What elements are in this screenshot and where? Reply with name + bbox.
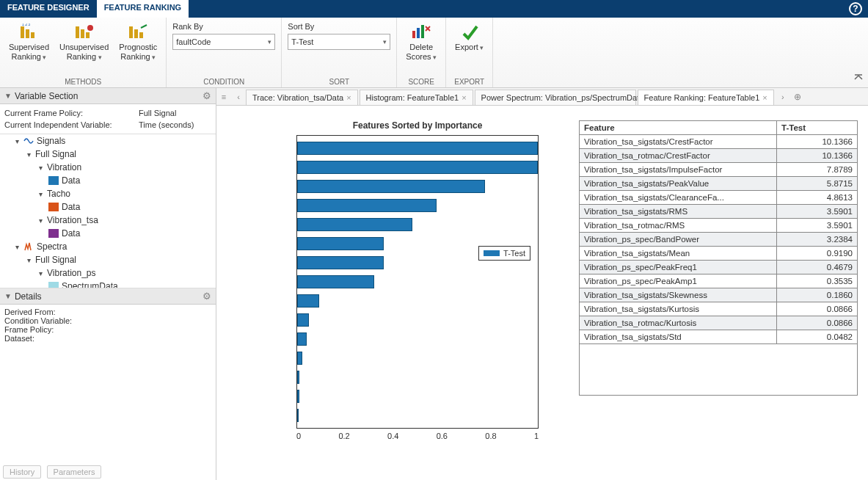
table-row[interactable]: Vibration_tsa_sigstats/Skewness0.1860: [580, 288, 858, 302]
derived-from-label: Derived From:: [4, 308, 211, 316]
chart-bar: [297, 180, 485, 193]
feature-name-cell: Vibration_tsa_rotmac/CrestFactor: [580, 149, 777, 163]
chart-x-axis: 00.20.40.60.81: [296, 429, 539, 440]
table-row[interactable]: Vibration_ps_spec/PeakAmp10.3535: [580, 274, 858, 288]
close-icon[interactable]: ×: [346, 93, 351, 102]
table-row[interactable]: Vibration_tsa_rotmac/RMS3.5901: [580, 219, 858, 233]
feature-name-cell: Vibration_tsa_sigstats/Mean: [580, 247, 777, 261]
x-tick-label: 0: [296, 432, 301, 440]
table-row[interactable]: Vibration_tsa_rotmac/CrestFactor10.1366: [580, 149, 858, 163]
table-row[interactable]: Vibration_tsa_sigstats/ClearanceFa...4.8…: [580, 191, 858, 205]
sort-by-label: Sort By: [288, 22, 390, 31]
tree-vibration-tsa-data[interactable]: Data: [0, 227, 216, 240]
chart-bar: [297, 218, 412, 231]
close-icon[interactable]: ×: [462, 93, 466, 102]
table-row[interactable]: Vibration_tsa_sigstats/Kurtosis0.0866: [580, 302, 858, 316]
tree-full-signal[interactable]: ▾Full Signal: [0, 148, 216, 161]
methods-group-label: METHODS: [6, 76, 160, 86]
gear-icon[interactable]: ⚙: [203, 291, 211, 302]
svg-rect-5: [81, 29, 84, 38]
table-row[interactable]: Vibration_ps_spec/PeakFreq10.4679: [580, 261, 858, 274]
ribbon-collapse-icon[interactable]: [853, 73, 864, 83]
table-row[interactable]: Vibration_tsa_sigstats/Mean0.9190: [580, 247, 858, 261]
chart-bar: [297, 256, 384, 269]
export-button[interactable]: Export: [452, 22, 486, 54]
history-button[interactable]: History: [3, 465, 41, 479]
tab-list-icon[interactable]: ≡: [216, 88, 231, 105]
x-tick-label: 0.2: [338, 432, 349, 440]
tree-full-signal-2[interactable]: ▾Full Signal: [0, 253, 216, 266]
supervised-ranking-button[interactable]: 1 2 3 Supervised Ranking: [6, 22, 52, 63]
tree-vibration-tsa[interactable]: ▾Vibration_tsa: [0, 214, 216, 227]
color-swatch-purple: [48, 229, 59, 238]
table-row[interactable]: Vibration_tsa_sigstats/Std0.0482: [580, 330, 858, 344]
tree-vibration-ps[interactable]: ▾Vibration_ps: [0, 266, 216, 280]
tree-tacho-data[interactable]: Data: [0, 200, 216, 214]
feature-name-cell: Vibration_tsa_sigstats/ImpulseFactor: [580, 163, 777, 177]
table-header-ttest[interactable]: T-Test: [777, 121, 858, 135]
ttest-value-cell: 3.5901: [777, 205, 858, 219]
table-row[interactable]: Vibration_tsa_sigstats/PeakValue5.8715: [580, 177, 858, 191]
tree-tacho[interactable]: ▾Tacho: [0, 187, 216, 200]
spectra-icon: [23, 241, 34, 252]
tree-vibration[interactable]: ▾Vibration: [0, 161, 216, 174]
tree-vibration-data[interactable]: Data: [0, 174, 216, 187]
tab-add-icon[interactable]: ⊕: [790, 88, 805, 105]
ttest-value-cell: 0.4679: [777, 261, 858, 274]
variable-section-header[interactable]: ▼ Variable Section ⚙: [0, 88, 216, 104]
feature-name-cell: Vibration_ps_spec/BandPower: [580, 233, 777, 247]
tab-prev-icon[interactable]: ‹: [231, 88, 246, 105]
chart-bar: [297, 371, 299, 384]
unsupervised-ranking-button[interactable]: Unsupervised Ranking: [56, 22, 112, 63]
tree-spectra[interactable]: ▾Spectra: [0, 240, 216, 253]
color-swatch-orange: [48, 203, 59, 211]
tree-spectrum-data[interactable]: SpectrumData: [0, 280, 216, 288]
tree-signals[interactable]: ▾Signals: [0, 134, 216, 148]
doctab-trace[interactable]: Trace: Vibration_tsa/Data×: [246, 90, 358, 105]
table-row[interactable]: Vibration_tsa_sigstats/ImpulseFactor7.87…: [580, 163, 858, 177]
signals-icon: [23, 136, 34, 146]
table-row[interactable]: Vibration_tsa_sigstats/RMS3.5901: [580, 205, 858, 219]
doctab-feature-ranking[interactable]: Feature Ranking: FeatureTable1×: [638, 90, 774, 105]
help-icon[interactable]: ?: [849, 2, 862, 15]
sort-by-combo[interactable]: T-Test▾: [288, 34, 390, 50]
doctab-powerspectrum[interactable]: Power Spectrum: Vibration_ps/SpectrumDat…: [475, 90, 636, 105]
chart-bar: [297, 142, 538, 155]
table-row[interactable]: Vibration_tsa_sigstats/CrestFactor10.136…: [580, 135, 858, 149]
unsupervised-ranking-icon: [74, 23, 95, 41]
table-row[interactable]: Vibration_ps_spec/BandPower3.2384: [580, 233, 858, 247]
details-header[interactable]: ▼ Details ⚙: [0, 288, 216, 305]
chart-legend: T-Test: [478, 246, 530, 261]
tab-feature-ranking[interactable]: FEATURE RANKING: [97, 0, 189, 18]
condition-group-label: CONDITION: [172, 76, 275, 86]
chart-bar: [297, 409, 299, 422]
doctab-histogram[interactable]: Histogram: FeatureTable1×: [360, 90, 473, 105]
svg-rect-0: [21, 26, 24, 38]
table-row[interactable]: Vibration_tsa_rotmac/Kurtosis0.0866: [580, 316, 858, 330]
supervised-ranking-icon: 1 2 3: [19, 23, 40, 41]
x-tick-label: 0.6: [437, 432, 448, 440]
rank-by-combo[interactable]: faultCode▾: [172, 34, 275, 50]
ttest-value-cell: 7.8789: [777, 163, 858, 177]
variable-tree[interactable]: ▾Signals ▾Full Signal ▾Vibration Data ▾T…: [0, 134, 216, 288]
svg-rect-13: [421, 25, 424, 38]
svg-rect-6: [86, 32, 90, 38]
tab-feature-designer[interactable]: FEATURE DESIGNER: [0, 0, 97, 18]
prognostic-ranking-button[interactable]: Prognostic Ranking: [116, 22, 160, 63]
feature-name-cell: Vibration_tsa_sigstats/ClearanceFa...: [580, 191, 777, 205]
feature-name-cell: Vibration_tsa_sigstats/Std: [580, 330, 777, 344]
indep-var-label: Current Independent Variable:: [4, 120, 133, 129]
tab-next-icon[interactable]: ›: [776, 88, 790, 105]
collapse-icon: ▼: [4, 92, 12, 100]
svg-point-7: [87, 25, 93, 31]
svg-rect-12: [417, 28, 420, 38]
ttest-value-cell: 10.1366: [777, 149, 858, 163]
close-icon[interactable]: ×: [762, 93, 767, 102]
x-tick-label: 0.4: [387, 432, 398, 440]
export-icon: [459, 23, 480, 41]
table-header-feature[interactable]: Feature: [580, 121, 777, 135]
gear-icon[interactable]: ⚙: [203, 90, 211, 101]
parameters-button[interactable]: Parameters: [47, 465, 102, 479]
delete-scores-button[interactable]: Delete Scores: [403, 22, 440, 63]
svg-rect-11: [412, 31, 415, 38]
